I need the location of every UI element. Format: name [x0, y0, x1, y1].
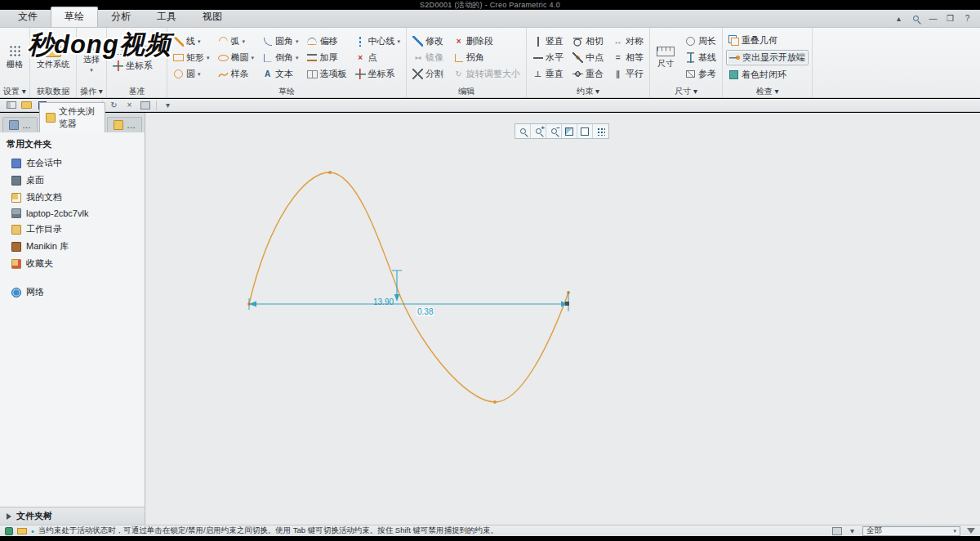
perimeter-button[interactable]: 周长: [683, 34, 719, 48]
parallel-constraint-button[interactable]: ∥平行: [610, 67, 646, 81]
spline-endpoint-right: [567, 291, 570, 294]
tangent-constraint-button[interactable]: 相切: [570, 34, 606, 48]
display-filter-icon[interactable]: [832, 527, 842, 535]
divide-button[interactable]: 分割: [410, 67, 446, 81]
regenerate-button[interactable]: ↻: [107, 100, 121, 111]
collapse-ribbon-icon[interactable]: ▴: [893, 12, 905, 25]
baseline-button[interactable]: 基线: [683, 51, 719, 65]
delete-segment-button[interactable]: ×删除段: [451, 34, 523, 48]
list-item-favorites[interactable]: 收藏夹: [0, 255, 145, 272]
zoom-out-button[interactable]: −: [546, 124, 562, 138]
filter-funnel-icon[interactable]: [967, 528, 975, 534]
list-item-network[interactable]: 网络: [0, 284, 145, 301]
overlapping-geometry-button[interactable]: 重叠几何: [726, 34, 808, 47]
tab-file[interactable]: 文件: [5, 7, 51, 27]
spline-button[interactable]: 样条: [216, 67, 257, 81]
chevron-down-icon: ▾: [198, 38, 201, 45]
dimension-button[interactable]: 尺寸: [653, 45, 678, 71]
spline-curve: [249, 172, 568, 402]
model-status-icon[interactable]: [5, 527, 13, 535]
list-item-documents[interactable]: 我的文档: [0, 189, 145, 206]
perpendicular-constraint-button[interactable]: ⊥垂直: [530, 67, 566, 81]
coincident-constraint-button[interactable]: 重合: [570, 67, 606, 81]
open-button[interactable]: [20, 100, 33, 111]
folder-icon: [114, 120, 123, 130]
tab-model-tree[interactable]: …: [2, 117, 38, 132]
tab-folder-browser[interactable]: 文件夹浏览器: [39, 102, 105, 132]
group-label-settings[interactable]: 设置 ▾: [3, 86, 26, 97]
restore-icon[interactable]: ❐: [944, 12, 956, 25]
shade-closed-loops-icon: [728, 69, 739, 80]
repaint-button[interactable]: [577, 124, 593, 138]
list-item-desktop[interactable]: 桌面: [0, 172, 145, 189]
line-button[interactable]: 线▾: [171, 34, 212, 48]
display-options-button[interactable]: [593, 124, 608, 138]
minimize-icon[interactable]: —: [927, 12, 939, 25]
symmetric-constraint-button[interactable]: ↔对称: [610, 34, 646, 48]
customize-toolbar-dropdown[interactable]: ▾: [161, 100, 175, 111]
rectangle-button[interactable]: 矩形▾: [171, 51, 212, 65]
dimension-value-width[interactable]: 13.90: [373, 297, 394, 306]
offset-button[interactable]: 偏移: [305, 34, 350, 48]
midpoint-constraint-button[interactable]: 中点: [570, 51, 606, 65]
grid-settings-button[interactable]: 栅格: [3, 43, 26, 72]
centerline-button[interactable]: 中心线▾: [353, 34, 403, 48]
fillet-button[interactable]: 圆角▾: [260, 34, 301, 48]
list-item-in-session[interactable]: 在会话中: [0, 154, 145, 172]
tab-view[interactable]: 视图: [189, 7, 235, 27]
shade-closed-loops-button[interactable]: 着色封闭环: [726, 68, 808, 82]
selection-filter-dropdown[interactable]: 全部 ▾: [862, 526, 960, 536]
help-icon[interactable]: ?: [961, 12, 973, 25]
datum-csys-button[interactable]: 坐标系: [110, 59, 163, 73]
window-layout-button[interactable]: [4, 100, 18, 111]
tab-tools[interactable]: 工具: [144, 7, 189, 27]
reference-button[interactable]: 参考: [683, 67, 719, 81]
csys-button[interactable]: 坐标系: [353, 67, 403, 81]
tab-analysis[interactable]: 分析: [98, 7, 144, 27]
horizontal-constraint-button[interactable]: 水平: [530, 51, 566, 65]
highlight-open-ends-button[interactable]: 突出显示开放端: [726, 50, 808, 65]
vertical-constraint-button[interactable]: 竖直: [530, 34, 566, 48]
folder-status-icon[interactable]: [17, 528, 27, 534]
display-button[interactable]: [138, 100, 152, 111]
erase-button[interactable]: ×: [122, 100, 136, 111]
zoom-in-button[interactable]: +: [531, 124, 546, 138]
group-label-dimension[interactable]: 尺寸 ▾: [653, 86, 719, 97]
ellipse-button[interactable]: 椭圆▾: [216, 51, 257, 65]
list-item-working-directory[interactable]: 工作目录: [0, 221, 145, 238]
modify-icon: [412, 36, 423, 47]
palette-button[interactable]: 选项板: [305, 67, 350, 81]
rotate-resize-button[interactable]: ↻旋转调整大小: [451, 67, 523, 81]
tab-sketch[interactable]: 草绘: [51, 7, 98, 27]
file-system-button[interactable]: 文件系统: [33, 43, 73, 72]
coordinate-system-icon: [355, 69, 366, 79]
dimension-value-secondary[interactable]: 0.38: [416, 307, 434, 316]
refit-button[interactable]: [562, 124, 577, 138]
group-label-operations[interactable]: 操作 ▾: [80, 86, 103, 97]
modify-button[interactable]: 修改: [410, 34, 446, 48]
list-item-manikin-library[interactable]: Manikin 库: [0, 238, 145, 255]
mirror-button[interactable]: ▸◂镜像: [410, 51, 446, 65]
thicken-button[interactable]: 加厚: [305, 51, 350, 65]
search-icon[interactable]: [910, 12, 922, 25]
equal-constraint-button[interactable]: =相等: [610, 51, 646, 65]
arc-button[interactable]: 弧▾: [216, 34, 257, 48]
point-button[interactable]: ×点: [353, 51, 403, 65]
circle-button[interactable]: 圆▾: [171, 67, 212, 81]
group-label-sketch: 草绘: [171, 86, 403, 97]
list-item-computer[interactable]: laptop-2cbc7vlk: [0, 206, 145, 221]
construction-mode-button[interactable]: 构造模式: [110, 42, 163, 56]
letterbox-bottom: [0, 536, 980, 541]
filter-dropdown-arrow[interactable]: ▾: [849, 525, 856, 537]
zoom-window-button[interactable]: [515, 124, 531, 138]
corner-button[interactable]: 拐角: [451, 51, 523, 65]
chamfer-button[interactable]: 倒角▾: [260, 51, 301, 65]
text-button[interactable]: A文本: [260, 67, 301, 81]
tab-favorites[interactable]: …: [107, 117, 142, 132]
select-button[interactable]: 选择 ▾: [80, 40, 103, 75]
sketch-canvas[interactable]: 13.90 0.38 + −: [145, 113, 980, 525]
group-label-constrain[interactable]: 约束 ▾: [530, 86, 646, 97]
folder-tree-bar[interactable]: 文件夹树: [0, 507, 145, 525]
perpendicular-constraint-icon: ⊥: [532, 69, 543, 79]
group-label-inspect[interactable]: 检查 ▾: [726, 86, 808, 97]
